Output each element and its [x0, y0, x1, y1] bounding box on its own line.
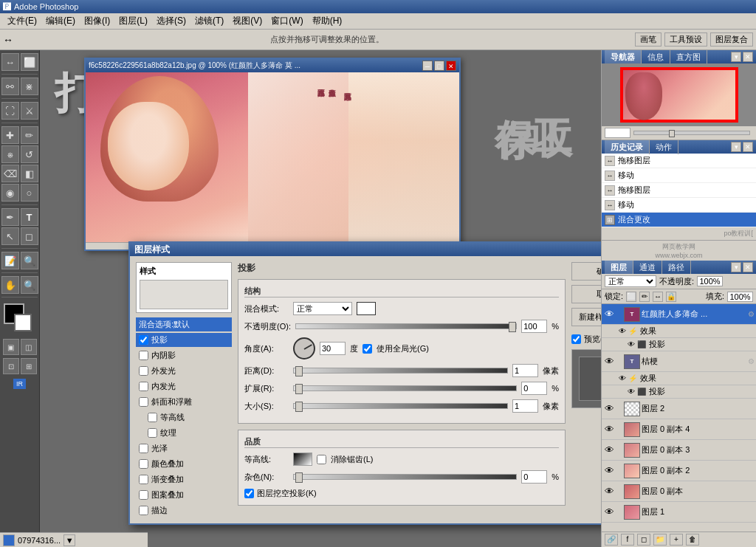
cancel-button[interactable]: 取消 — [571, 285, 601, 303]
checkbox-outer-glow[interactable] — [139, 366, 148, 376]
layer-item-copy1[interactable]: 👁 图层 0 副本 — [602, 481, 756, 502]
new-group-btn[interactable]: 📁 — [653, 534, 667, 546]
new-style-button[interactable]: 新建样式(W)... — [571, 308, 601, 326]
contour-preview[interactable] — [293, 453, 312, 466]
style-gradient-overlay[interactable]: 渐变叠加 — [136, 472, 232, 486]
checkbox-satin[interactable] — [139, 444, 148, 453]
style-bevel-emboss[interactable]: 斜面和浮雕 — [136, 395, 232, 409]
layer-item-fx2-shadow[interactable]: 👁 ⬛ 投影 — [602, 385, 756, 399]
blur-tool[interactable]: ◉ — [1, 184, 19, 202]
taskbar-icon[interactable] — [3, 534, 15, 546]
nav-panel-menu[interactable]: ▾ — [731, 52, 741, 62]
lock-pixels[interactable]: ✏ — [639, 292, 650, 302]
checkbox-bevel-emboss[interactable] — [139, 397, 148, 407]
spread-input[interactable] — [521, 382, 547, 395]
add-mask-btn[interactable]: ◻ — [637, 534, 650, 546]
style-drop-shadow[interactable]: 投影 — [136, 333, 232, 347]
preview-checkbox[interactable] — [571, 334, 581, 344]
layer-eye-fx1[interactable]: 👁 — [616, 327, 628, 335]
history-item-3[interactable]: ↔ 拖移图层 — [602, 183, 756, 198]
layer-item-copy3[interactable]: 👁 图层 0 副本 3 — [602, 440, 756, 461]
checkbox-texture[interactable] — [148, 428, 157, 438]
layer-item-fx2[interactable]: 👁 ⚡ 效果 — [602, 372, 756, 385]
menu-image[interactable]: 图像(I) — [80, 13, 114, 29]
checkbox-inner-shadow[interactable] — [139, 351, 148, 360]
link-layers-btn[interactable]: 🔗 — [605, 534, 618, 546]
layer-knockout-checkbox[interactable] — [244, 489, 254, 498]
layers-panel-close[interactable]: ✕ — [743, 262, 753, 272]
select-tool[interactable]: ↖ — [1, 227, 19, 245]
checkbox-contour[interactable] — [148, 413, 157, 422]
layer-eye-copy4[interactable]: 👁 — [603, 424, 615, 435]
layer-item-fx1-shadow[interactable]: 👁 ⬛ 投影 — [602, 338, 756, 351]
lock-all[interactable]: 🔒 — [666, 292, 676, 302]
dodge-tool[interactable]: ○ — [21, 184, 38, 202]
style-stroke[interactable]: 描边 — [136, 503, 232, 517]
menu-help[interactable]: 帮助(H) — [308, 13, 347, 29]
layer-item-layer1[interactable]: 👁 图层 1 — [602, 502, 756, 523]
history-panel-menu[interactable]: ▾ — [731, 142, 741, 152]
quick-mask-off[interactable]: ▣ — [3, 339, 19, 355]
tab-actions[interactable]: 动作 — [650, 140, 678, 154]
layer-item-copy2[interactable]: 👁 图层 0 副本 2 — [602, 461, 756, 481]
menu-window[interactable]: 窗口(W) — [267, 13, 307, 29]
checkbox-gradient-overlay[interactable] — [139, 475, 148, 484]
opacity-slider[interactable] — [295, 323, 517, 329]
style-outer-glow[interactable]: 外发光 — [136, 364, 232, 378]
history-item-1[interactable]: ↔ 拖移图层 — [602, 154, 756, 168]
eyedropper-tool[interactable]: 🔍 — [21, 252, 38, 269]
ok-button[interactable]: 确定 — [571, 262, 601, 281]
layer-eye-fx1-shadow[interactable]: 👁 — [625, 340, 637, 348]
shape-tool[interactable]: ◻ — [21, 227, 38, 245]
history-item-4[interactable]: ↔ 移动 — [602, 198, 756, 213]
layer-eye-layer2[interactable]: 👁 — [603, 403, 615, 414]
style-color-overlay[interactable]: 颜色叠加 — [136, 457, 232, 471]
tool-preset-button[interactable]: 工具预设 — [664, 32, 707, 47]
tab-navigator[interactable]: 导航器 — [605, 50, 642, 64]
win-maximize[interactable]: □ — [434, 61, 444, 71]
tab-histogram[interactable]: 直方图 — [670, 50, 707, 64]
hand-tool[interactable]: ✋ — [1, 276, 19, 294]
layer-item-text1[interactable]: 👁 T 红颜胜人多薄命 ... ⚙ — [602, 304, 756, 325]
menu-edit[interactable]: 编辑(E) — [41, 13, 80, 29]
stamp-tool[interactable]: ⎈ — [1, 145, 19, 163]
menu-view[interactable]: 视图(V) — [228, 13, 267, 29]
antialias-checkbox[interactable] — [317, 455, 326, 464]
layer-opacity-input[interactable] — [697, 276, 723, 286]
gradient-tool[interactable]: ◧ — [21, 165, 38, 182]
use-global-light-checkbox[interactable] — [362, 344, 372, 354]
layer-mode-select[interactable]: 正常 — [605, 275, 656, 287]
brush-button[interactable]: 画笔 — [635, 32, 662, 47]
layer-item-copy4[interactable]: 👁 图层 0 副本 4 — [602, 419, 756, 440]
layer-eye-1[interactable]: 👁 — [603, 309, 615, 320]
type-tool[interactable]: T — [21, 208, 38, 226]
blend-color-swatch[interactable] — [357, 302, 376, 315]
full-screen[interactable]: ⊞ — [21, 358, 37, 374]
size-slider[interactable] — [293, 403, 508, 409]
lock-transparent[interactable]: ⬜ — [626, 292, 636, 302]
size-input[interactable] — [512, 399, 538, 413]
menu-select[interactable]: 选择(S) — [152, 13, 190, 29]
checkbox-pattern-overlay[interactable] — [139, 490, 148, 500]
distance-slider[interactable] — [293, 368, 508, 374]
taskbar-btn[interactable]: ▼ — [63, 534, 75, 546]
move-tool[interactable]: ↔ — [1, 53, 19, 71]
noise-input[interactable] — [521, 470, 547, 484]
layer-eye-fx2[interactable]: 👁 — [616, 374, 628, 382]
brush-tool[interactable]: ✏ — [21, 126, 38, 144]
nav-panel-close[interactable]: ✕ — [743, 52, 753, 62]
style-inner-glow[interactable]: 内发光 — [136, 379, 232, 393]
lasso-tool[interactable]: ⚯ — [1, 78, 19, 95]
new-layer-btn[interactable]: + — [670, 534, 683, 546]
pen-tool[interactable]: ✒ — [1, 208, 19, 226]
layer-fx-1[interactable]: ⚙ — [748, 310, 755, 318]
style-satin[interactable]: 光泽 — [136, 441, 232, 455]
history-item-2[interactable]: ↔ 移动 — [602, 168, 756, 183]
crop-tool[interactable]: ⛶ — [1, 102, 19, 120]
layer-eye-copy3[interactable]: 👁 — [603, 444, 615, 455]
add-style-btn[interactable]: f — [621, 534, 634, 546]
slice-tool[interactable]: ⚔ — [21, 102, 38, 120]
blend-mode-select[interactable]: 正常 — [293, 302, 352, 315]
layer-comp-button[interactable]: 图层复合 — [710, 32, 753, 47]
win-minimize[interactable]: ─ — [422, 61, 433, 71]
